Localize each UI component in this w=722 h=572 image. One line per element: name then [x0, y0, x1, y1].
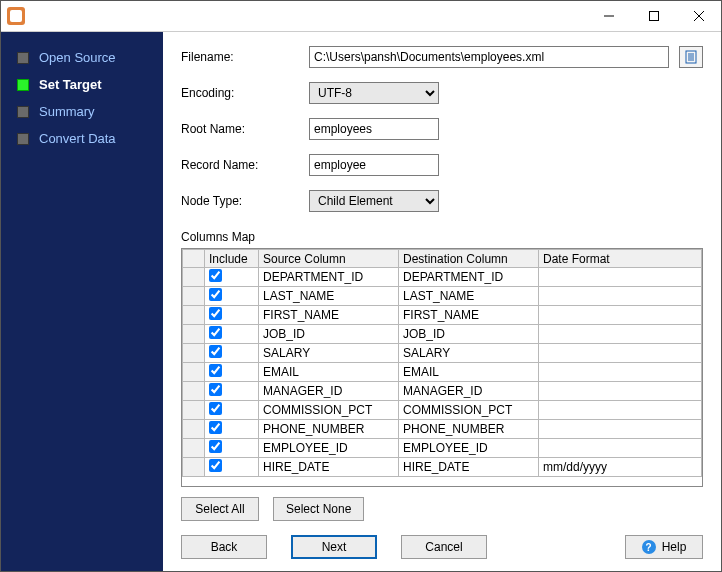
cell-source[interactable]: JOB_ID [259, 325, 399, 344]
cell-include[interactable] [205, 401, 259, 420]
cell-include[interactable] [205, 306, 259, 325]
sidebar-item-open-source[interactable]: Open Source [1, 44, 163, 71]
include-checkbox[interactable] [209, 269, 222, 282]
cell-date-format[interactable] [539, 439, 702, 458]
cell-date-format[interactable] [539, 344, 702, 363]
cell-source[interactable]: DEPARTMENT_ID [259, 268, 399, 287]
cell-destination[interactable]: COMMISSION_PCT [399, 401, 539, 420]
cell-date-format[interactable] [539, 268, 702, 287]
sidebar-item-convert-data[interactable]: Convert Data [1, 125, 163, 152]
table-row[interactable]: SALARYSALARY [183, 344, 702, 363]
close-button[interactable] [676, 2, 721, 30]
cell-date-format[interactable]: mm/dd/yyyy [539, 458, 702, 477]
row-header [183, 306, 205, 325]
include-checkbox[interactable] [209, 307, 222, 320]
row-header [183, 287, 205, 306]
table-row[interactable]: LAST_NAMELAST_NAME [183, 287, 702, 306]
cell-destination[interactable]: JOB_ID [399, 325, 539, 344]
include-checkbox[interactable] [209, 421, 222, 434]
cell-destination[interactable]: EMAIL [399, 363, 539, 382]
back-button[interactable]: Back [181, 535, 267, 559]
cell-include[interactable] [205, 268, 259, 287]
next-button[interactable]: Next [291, 535, 377, 559]
record-name-input[interactable] [309, 154, 439, 176]
cell-source[interactable]: COMMISSION_PCT [259, 401, 399, 420]
cell-destination[interactable]: EMPLOYEE_ID [399, 439, 539, 458]
columns-map-table-wrap: Include Source Column Destination Column… [181, 248, 703, 487]
cell-source[interactable]: MANAGER_ID [259, 382, 399, 401]
table-row[interactable]: JOB_IDJOB_ID [183, 325, 702, 344]
table-row[interactable]: EMAILEMAIL [183, 363, 702, 382]
cell-destination[interactable]: PHONE_NUMBER [399, 420, 539, 439]
wizard-sidebar: Open Source Set Target Summary Convert D… [1, 32, 163, 571]
cell-destination[interactable]: LAST_NAME [399, 287, 539, 306]
cell-include[interactable] [205, 420, 259, 439]
cell-destination[interactable]: HIRE_DATE [399, 458, 539, 477]
include-checkbox[interactable] [209, 459, 222, 472]
root-name-input[interactable] [309, 118, 439, 140]
cell-source[interactable]: HIRE_DATE [259, 458, 399, 477]
cell-include[interactable] [205, 439, 259, 458]
table-row[interactable]: COMMISSION_PCTCOMMISSION_PCT [183, 401, 702, 420]
cell-include[interactable] [205, 382, 259, 401]
col-header-destination[interactable]: Destination Column [399, 250, 539, 268]
include-checkbox[interactable] [209, 440, 222, 453]
sidebar-item-set-target[interactable]: Set Target [1, 71, 163, 98]
cell-destination[interactable]: MANAGER_ID [399, 382, 539, 401]
node-type-select[interactable]: Child Element [309, 190, 439, 212]
minimize-button[interactable] [586, 2, 631, 30]
cell-include[interactable] [205, 363, 259, 382]
table-row[interactable]: EMPLOYEE_IDEMPLOYEE_ID [183, 439, 702, 458]
cell-include[interactable] [205, 458, 259, 477]
table-row[interactable]: PHONE_NUMBERPHONE_NUMBER [183, 420, 702, 439]
sidebar-item-label: Summary [39, 104, 95, 119]
filename-label: Filename: [181, 50, 301, 64]
maximize-button[interactable] [631, 2, 676, 30]
cell-source[interactable]: SALARY [259, 344, 399, 363]
sidebar-item-summary[interactable]: Summary [1, 98, 163, 125]
include-checkbox[interactable] [209, 383, 222, 396]
cell-date-format[interactable] [539, 363, 702, 382]
cell-date-format[interactable] [539, 306, 702, 325]
cell-source[interactable]: LAST_NAME [259, 287, 399, 306]
cell-source[interactable]: EMPLOYEE_ID [259, 439, 399, 458]
select-all-button[interactable]: Select All [181, 497, 259, 521]
cell-date-format[interactable] [539, 401, 702, 420]
table-row[interactable]: FIRST_NAMEFIRST_NAME [183, 306, 702, 325]
include-checkbox[interactable] [209, 326, 222, 339]
cell-destination[interactable]: FIRST_NAME [399, 306, 539, 325]
filename-input[interactable] [309, 46, 669, 68]
include-checkbox[interactable] [209, 288, 222, 301]
cell-date-format[interactable] [539, 420, 702, 439]
include-checkbox[interactable] [209, 402, 222, 415]
step-marker-icon [17, 52, 29, 64]
include-checkbox[interactable] [209, 345, 222, 358]
titlebar [1, 1, 721, 31]
cell-include[interactable] [205, 325, 259, 344]
cell-include[interactable] [205, 344, 259, 363]
row-header [183, 401, 205, 420]
cell-source[interactable]: PHONE_NUMBER [259, 420, 399, 439]
cell-destination[interactable]: DEPARTMENT_ID [399, 268, 539, 287]
col-header-include[interactable]: Include [205, 250, 259, 268]
cell-source[interactable]: FIRST_NAME [259, 306, 399, 325]
table-row[interactable]: DEPARTMENT_IDDEPARTMENT_ID [183, 268, 702, 287]
col-header-source[interactable]: Source Column [259, 250, 399, 268]
cancel-button[interactable]: Cancel [401, 535, 487, 559]
include-checkbox[interactable] [209, 364, 222, 377]
help-icon: ? [642, 540, 656, 554]
cell-date-format[interactable] [539, 287, 702, 306]
cell-destination[interactable]: SALARY [399, 344, 539, 363]
table-row[interactable]: HIRE_DATEHIRE_DATEmm/dd/yyyy [183, 458, 702, 477]
col-header-date-format[interactable]: Date Format [539, 250, 702, 268]
cell-date-format[interactable] [539, 382, 702, 401]
browse-file-button[interactable] [679, 46, 703, 68]
table-row[interactable]: MANAGER_IDMANAGER_ID [183, 382, 702, 401]
encoding-select[interactable]: UTF-8 [309, 82, 439, 104]
cell-source[interactable]: EMAIL [259, 363, 399, 382]
cell-include[interactable] [205, 287, 259, 306]
cell-date-format[interactable] [539, 325, 702, 344]
row-header-corner [183, 250, 205, 268]
select-none-button[interactable]: Select None [273, 497, 364, 521]
help-button[interactable]: ? Help [625, 535, 703, 559]
